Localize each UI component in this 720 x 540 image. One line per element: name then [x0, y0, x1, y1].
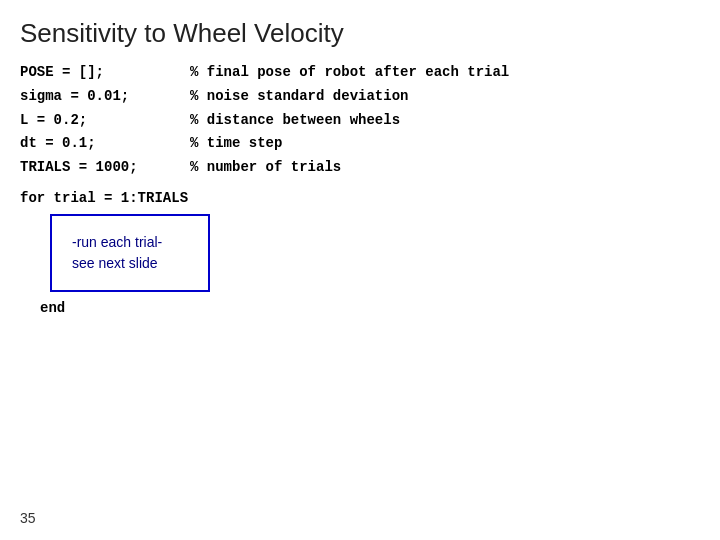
code-lhs-2: sigma = 0.01; — [20, 85, 190, 109]
for-block: for trial = 1:TRIALS -run each trial- se… — [0, 190, 720, 316]
code-comment-3: % distance between wheels — [190, 109, 400, 133]
box-container: -run each trial- see next slide — [50, 214, 720, 292]
for-statement: for trial = 1:TRIALS — [20, 190, 188, 206]
code-comment-1: % final pose of robot after each trial — [190, 61, 509, 85]
end-line: end — [20, 300, 720, 316]
page-title: Sensitivity to Wheel Velocity — [0, 0, 720, 61]
code-lhs-5: TRIALS = 1000; — [20, 156, 190, 180]
code-comment-2: % noise standard deviation — [190, 85, 408, 109]
code-lhs-3: L = 0.2; — [20, 109, 190, 133]
code-comment-4: % time step — [190, 132, 282, 156]
code-line-3: L = 0.2; % distance between wheels — [20, 109, 720, 133]
code-line-4: dt = 0.1; % time step — [20, 132, 720, 156]
code-lhs-4: dt = 0.1; — [20, 132, 190, 156]
code-comment-5: % number of trials — [190, 156, 341, 180]
code-lhs-1: POSE = []; — [20, 61, 190, 85]
code-line-5: TRIALS = 1000; % number of trials — [20, 156, 720, 180]
for-line: for trial = 1:TRIALS — [20, 190, 720, 206]
page-number: 35 — [20, 510, 36, 526]
box-text-line2: see next slide — [72, 253, 178, 274]
inner-box: -run each trial- see next slide — [50, 214, 210, 292]
code-line-2: sigma = 0.01; % noise standard deviation — [20, 85, 720, 109]
code-line-1: POSE = []; % final pose of robot after e… — [20, 61, 720, 85]
box-text-line1: -run each trial- — [72, 232, 178, 253]
code-block: POSE = []; % final pose of robot after e… — [0, 61, 720, 180]
